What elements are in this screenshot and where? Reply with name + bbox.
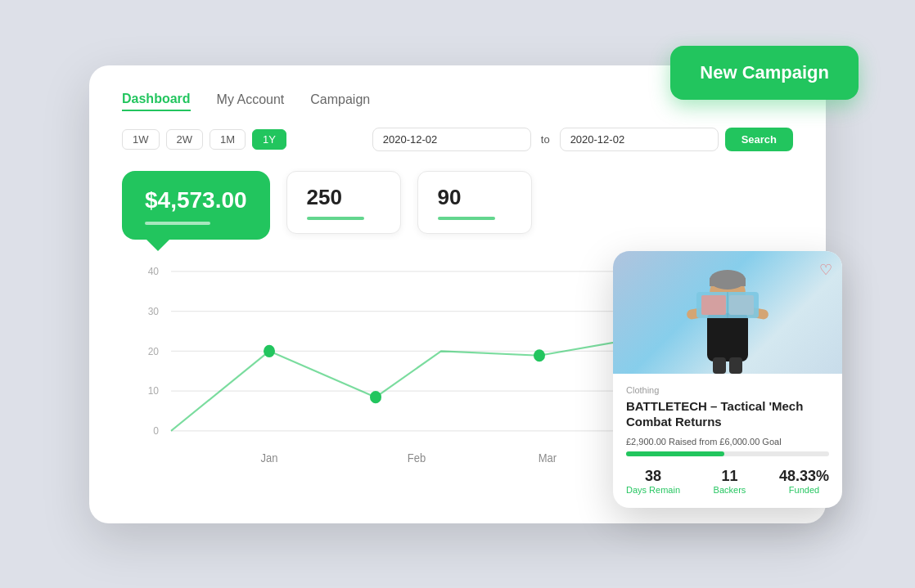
stat-bar-250 bbox=[307, 217, 364, 220]
campaign-card: ♡ Clothing BATTLETECH – Tactical 'Mech C… bbox=[613, 251, 842, 508]
stat-value-90: 90 bbox=[438, 185, 512, 210]
days-remain-label: Days Remain bbox=[626, 485, 680, 495]
funded-label: Funded bbox=[779, 485, 829, 495]
period-2w[interactable]: 2W bbox=[166, 129, 204, 150]
svg-rect-19 bbox=[710, 278, 746, 286]
stat-card-250: 250 bbox=[286, 171, 401, 234]
period-1m[interactable]: 1M bbox=[210, 129, 246, 150]
backers-label: Backers bbox=[714, 485, 746, 495]
svg-text:20: 20 bbox=[148, 345, 159, 357]
period-1y[interactable]: 1Y bbox=[252, 129, 286, 150]
primary-amount: $4,573.00 bbox=[145, 187, 247, 213]
svg-rect-22 bbox=[729, 295, 754, 315]
filter-row: 1W 2W 1M 1Y to Search bbox=[122, 128, 793, 151]
campaign-card-body: ♡ Clothing BATTLETECH – Tactical 'Mech C… bbox=[613, 374, 842, 508]
stat-backers: 11 Backers bbox=[714, 468, 746, 495]
svg-text:0: 0 bbox=[153, 424, 159, 437]
svg-text:Feb: Feb bbox=[408, 451, 426, 465]
svg-text:10: 10 bbox=[148, 384, 159, 397]
stat-card-90: 90 bbox=[417, 171, 532, 234]
svg-text:30: 30 bbox=[148, 305, 159, 317]
person-illustration bbox=[678, 251, 777, 374]
stats-row: $4,573.00 250 90 bbox=[122, 171, 793, 240]
campaign-stats: 38 Days Remain 11 Backers 48.33% Funded bbox=[626, 468, 829, 495]
chart-point-jan bbox=[264, 344, 275, 357]
date-from-input[interactable] bbox=[372, 128, 531, 151]
chart-area: 40 30 20 10 0 Jan Feb Mar Jun bbox=[122, 263, 793, 475]
stat-funded: 48.33% Funded bbox=[779, 468, 829, 495]
days-remain-value: 38 bbox=[626, 468, 680, 485]
stat-value-250: 250 bbox=[307, 185, 381, 210]
campaign-card-image bbox=[613, 251, 842, 374]
svg-text:Jan: Jan bbox=[261, 451, 278, 465]
nav-campaign[interactable]: Campaign bbox=[310, 92, 370, 110]
chart-point-feb-end bbox=[534, 349, 545, 361]
svg-text:40: 40 bbox=[148, 265, 159, 277]
svg-rect-25 bbox=[729, 357, 742, 374]
period-1w[interactable]: 1W bbox=[122, 129, 160, 150]
chart-point-feb bbox=[370, 391, 381, 403]
primary-bar bbox=[145, 222, 210, 225]
campaign-raised: £2,900.00 Raised from £6,000.00 Goal bbox=[626, 437, 829, 447]
campaign-category: Clothing bbox=[626, 385, 829, 395]
page-wrapper: New Campaign Dashboard My Account Campai… bbox=[0, 0, 915, 588]
stat-bar-90 bbox=[438, 217, 495, 220]
campaign-title: BATTLETECH – Tactical 'Mech Combat Retur… bbox=[626, 398, 829, 430]
svg-rect-14 bbox=[707, 312, 748, 361]
date-to-input[interactable] bbox=[560, 128, 719, 151]
svg-rect-21 bbox=[701, 295, 726, 315]
svg-rect-24 bbox=[713, 357, 726, 374]
progress-bar-bg bbox=[626, 451, 829, 456]
backers-value: 11 bbox=[714, 468, 746, 485]
stat-days-remain: 38 Days Remain bbox=[626, 468, 680, 495]
svg-text:Mar: Mar bbox=[539, 451, 557, 465]
funded-value: 48.33% bbox=[779, 468, 829, 485]
new-campaign-button[interactable]: New Campaign bbox=[670, 46, 859, 100]
search-button[interactable]: Search bbox=[725, 128, 793, 151]
main-card: New Campaign Dashboard My Account Campai… bbox=[89, 65, 826, 523]
nav-my-account[interactable]: My Account bbox=[217, 92, 285, 110]
heart-icon[interactable]: ♡ bbox=[819, 261, 832, 279]
primary-stat-card: $4,573.00 bbox=[122, 171, 270, 240]
nav-dashboard[interactable]: Dashboard bbox=[122, 92, 191, 111]
progress-bar-fill bbox=[626, 451, 724, 456]
date-separator: to bbox=[541, 133, 550, 146]
